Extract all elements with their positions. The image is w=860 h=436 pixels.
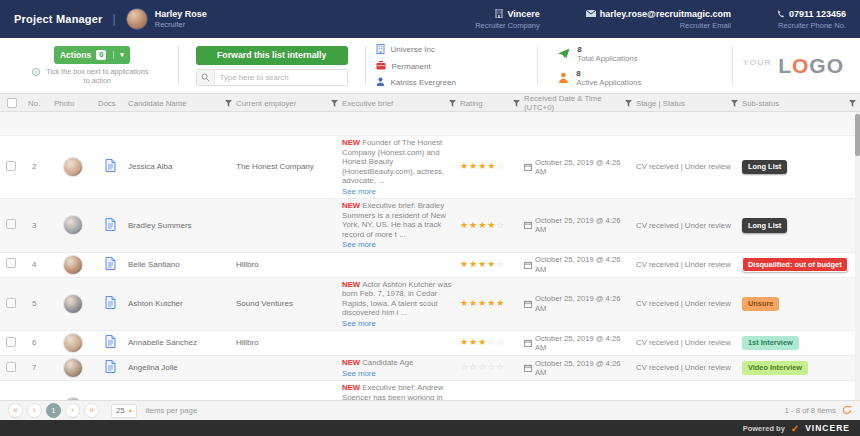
received-date: October 25, 2019 @ 4:26 AM xyxy=(524,398,636,400)
star-filled-icon[interactable]: ★ xyxy=(487,259,496,269)
star-filled-icon[interactable]: ★ xyxy=(487,161,496,171)
star-empty-icon[interactable]: ☆ xyxy=(496,259,505,269)
table-row[interactable]: 2Jessica AlbaThe Honest CompanyNEWFounde… xyxy=(0,136,860,199)
search-input[interactable] xyxy=(215,70,347,85)
document-icon[interactable] xyxy=(105,159,116,175)
row-checkbox[interactable] xyxy=(6,258,16,268)
see-more-link[interactable]: See more xyxy=(342,369,376,379)
refresh-icon[interactable] xyxy=(842,405,852,417)
filter-icon[interactable] xyxy=(331,100,338,107)
table-row[interactable]: 8Andrew SpencerBrisbane Airport Corporat… xyxy=(0,381,860,400)
star-empty-icon[interactable]: ☆ xyxy=(487,362,496,372)
document-icon[interactable] xyxy=(105,400,116,401)
docs-cell xyxy=(98,400,128,401)
star-empty-icon[interactable]: ☆ xyxy=(496,161,505,171)
current-page-button[interactable]: 1 xyxy=(46,403,61,418)
star-filled-icon[interactable]: ★ xyxy=(460,298,469,308)
star-empty-icon[interactable]: ☆ xyxy=(469,362,478,372)
page-size-select[interactable]: 25 ▾ xyxy=(111,404,137,418)
document-icon[interactable] xyxy=(105,257,116,273)
row-checkbox[interactable] xyxy=(6,161,16,171)
document-icon[interactable] xyxy=(105,360,116,376)
star-filled-icon[interactable]: ★ xyxy=(469,220,478,230)
row-checkbox[interactable] xyxy=(6,219,16,229)
row-checkbox[interactable] xyxy=(6,337,16,347)
sub-status-badge[interactable]: 1st Interview xyxy=(742,336,799,351)
last-page-button[interactable]: » xyxy=(84,403,99,418)
star-filled-icon[interactable]: ★ xyxy=(478,337,487,347)
star-empty-icon[interactable]: ☆ xyxy=(496,337,505,347)
row-checkbox[interactable] xyxy=(6,298,16,308)
received-date-text: October 25, 2019 @ 4:26 AM xyxy=(535,255,630,274)
sub-status-badge[interactable]: Disqualified: out of budget xyxy=(742,257,848,272)
vertical-scrollbar[interactable] xyxy=(855,112,860,400)
star-empty-icon[interactable]: ☆ xyxy=(478,362,487,372)
filter-icon[interactable] xyxy=(731,100,738,107)
table-row[interactable]: 3Bradley SummersNEWExecutive brief: Brad… xyxy=(0,199,860,253)
see-more-link[interactable]: See more xyxy=(342,187,376,197)
row-checkbox[interactable] xyxy=(6,362,16,372)
building-icon xyxy=(495,9,503,18)
filter-icon[interactable] xyxy=(625,100,632,107)
first-page-button[interactable]: « xyxy=(8,403,23,418)
table-row[interactable]: 6Annabelle SanchezHillbro★★★☆☆October 25… xyxy=(0,331,860,356)
row-number: 5 xyxy=(28,299,54,309)
sub-status-badge[interactable]: Long List xyxy=(742,160,787,175)
see-more-link[interactable]: See more xyxy=(342,319,376,329)
filter-icon[interactable] xyxy=(513,100,520,107)
items-range: 1 - 8 of 8 items xyxy=(784,405,852,417)
star-filled-icon[interactable]: ★ xyxy=(496,298,505,308)
star-filled-icon[interactable]: ★ xyxy=(460,161,469,171)
table-row[interactable]: 5Ashton KutcherSound VenturesNEWActor As… xyxy=(0,278,860,332)
star-filled-icon[interactable]: ★ xyxy=(478,298,487,308)
sub-status-badge[interactable]: Long List xyxy=(742,218,787,233)
document-icon[interactable] xyxy=(105,218,116,234)
star-empty-icon[interactable]: ☆ xyxy=(460,362,469,372)
star-filled-icon[interactable]: ★ xyxy=(478,161,487,171)
star-filled-icon[interactable]: ★ xyxy=(469,337,478,347)
star-filled-icon[interactable]: ★ xyxy=(487,298,496,308)
page-size-value: 25 xyxy=(116,406,125,415)
sub-status-badge[interactable]: Unsure xyxy=(742,297,779,312)
star-empty-icon[interactable]: ☆ xyxy=(487,337,496,347)
table-row[interactable]: 7Angelina JolieNEWCandidate AgeSee more☆… xyxy=(0,356,860,381)
toolbar-divider xyxy=(365,46,366,85)
star-empty-icon[interactable]: ☆ xyxy=(496,362,505,372)
rating-cell: ★★★★☆ xyxy=(460,221,524,231)
new-flag: NEW xyxy=(342,201,360,210)
received-date: October 25, 2019 @ 4:26 AM xyxy=(524,216,636,235)
table-row[interactable]: 1Jane SeabraMandala Lightinghas led in i… xyxy=(0,112,860,136)
prev-page-button[interactable]: ‹ xyxy=(27,403,42,418)
star-filled-icon[interactable]: ★ xyxy=(478,259,487,269)
star-filled-icon[interactable]: ★ xyxy=(460,337,469,347)
star-filled-icon[interactable]: ★ xyxy=(469,161,478,171)
scrollbar-thumb[interactable] xyxy=(855,114,860,156)
filter-icon[interactable] xyxy=(225,100,232,107)
actions-button[interactable]: Actions 0 ▾ xyxy=(54,46,130,64)
star-empty-icon[interactable]: ☆ xyxy=(496,220,505,230)
sub-status-cell: 1st Interview xyxy=(742,336,860,351)
executive-brief: NEWExecutive brief: Bradley Summers is a… xyxy=(342,201,460,250)
table-row[interactable]: 4Belle SantianoHillbro★★★★☆October 25, 2… xyxy=(0,253,860,278)
active-applications-value: 8 xyxy=(576,69,641,78)
filter-icon[interactable] xyxy=(449,100,456,107)
next-page-button[interactable]: › xyxy=(65,403,80,418)
star-filled-icon[interactable]: ★ xyxy=(469,298,478,308)
document-icon[interactable] xyxy=(105,296,116,312)
filter-icon[interactable] xyxy=(849,100,856,107)
forward-list-button[interactable]: Forward this list internally xyxy=(196,46,348,65)
star-filled-icon[interactable]: ★ xyxy=(478,220,487,230)
row-checkbox-cell xyxy=(0,161,28,174)
star-filled-icon[interactable]: ★ xyxy=(487,220,496,230)
select-all-checkbox[interactable] xyxy=(7,98,17,108)
executive-brief: NEWExecutive brief: Andrew Spencer has b… xyxy=(342,383,460,400)
star-filled-icon[interactable]: ★ xyxy=(469,259,478,269)
brief-text: Candidate Age xyxy=(362,358,413,367)
star-filled-icon[interactable]: ★ xyxy=(460,259,469,269)
document-icon[interactable] xyxy=(105,335,116,351)
job-owner: Katniss Evergreen xyxy=(391,78,456,87)
star-filled-icon[interactable]: ★ xyxy=(460,220,469,230)
sub-status-badge[interactable]: Video Interview xyxy=(742,361,808,376)
see-more-link[interactable]: See more xyxy=(342,240,376,250)
column-label: Docs xyxy=(98,99,116,108)
